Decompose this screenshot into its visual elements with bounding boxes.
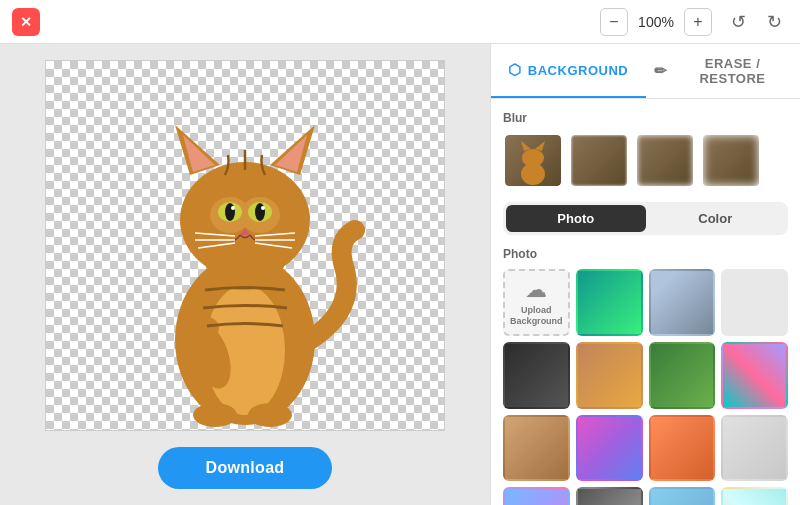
photo-thumb-10[interactable] bbox=[649, 415, 716, 482]
svg-point-28 bbox=[522, 149, 544, 167]
upload-text: UploadBackground bbox=[510, 305, 563, 328]
top-bar: ✕ − 100% + ↺ ↻ bbox=[0, 0, 800, 44]
tab-background[interactable]: ⬡ BACKGROUND bbox=[491, 44, 646, 98]
zoom-out-button[interactable]: − bbox=[600, 8, 628, 36]
close-button[interactable]: ✕ bbox=[12, 8, 40, 36]
blur-thumb-1[interactable] bbox=[569, 133, 629, 188]
photo-thumb-8[interactable] bbox=[503, 415, 570, 482]
panel-content: Blur bbox=[491, 99, 800, 505]
blur-row bbox=[503, 133, 788, 188]
cat-svg bbox=[95, 60, 395, 430]
photo-thumb-5[interactable] bbox=[576, 342, 643, 409]
svg-point-14 bbox=[225, 203, 235, 221]
photo-thumb-14[interactable] bbox=[649, 487, 716, 505]
canvas-container bbox=[45, 60, 445, 431]
svg-point-17 bbox=[261, 206, 265, 210]
zoom-value: 100% bbox=[636, 14, 676, 30]
right-panel: ⬡ BACKGROUND ✏ ERASE / RESTORE Blur bbox=[490, 44, 800, 505]
photo-thumb-9[interactable] bbox=[576, 415, 643, 482]
canvas-area: Download bbox=[0, 44, 490, 505]
tab-erase-restore[interactable]: ✏ ERASE / RESTORE bbox=[646, 44, 801, 98]
photo-section-label: Photo bbox=[503, 247, 788, 261]
photo-thumb-12[interactable] bbox=[503, 487, 570, 505]
download-button[interactable]: Download bbox=[158, 447, 333, 489]
photo-thumb-11[interactable] bbox=[721, 415, 788, 482]
pencil-icon: ✏ bbox=[654, 62, 668, 80]
photo-thumb-13[interactable] bbox=[576, 487, 643, 505]
cat-display bbox=[46, 61, 444, 430]
photo-thumb-15[interactable] bbox=[721, 487, 788, 505]
main-content: Download ⬡ BACKGROUND ✏ ERASE / RESTORE … bbox=[0, 44, 800, 505]
blur-thumb-3[interactable] bbox=[701, 133, 761, 188]
photo-thumb-4[interactable] bbox=[503, 342, 570, 409]
panel-tabs: ⬡ BACKGROUND ✏ ERASE / RESTORE bbox=[491, 44, 800, 99]
layers-icon: ⬡ bbox=[508, 61, 522, 79]
svg-point-26 bbox=[187, 316, 219, 340]
photo-thumb-7[interactable] bbox=[721, 342, 788, 409]
blur-thumb-2[interactable] bbox=[635, 133, 695, 188]
undo-redo-controls: ↺ ↻ bbox=[724, 8, 788, 36]
photo-thumb-3[interactable] bbox=[721, 269, 788, 336]
subtab-color[interactable]: Color bbox=[646, 205, 786, 232]
zoom-in-button[interactable]: + bbox=[684, 8, 712, 36]
undo-button[interactable]: ↺ bbox=[724, 8, 752, 36]
photo-thumb-1[interactable] bbox=[576, 269, 643, 336]
svg-point-2 bbox=[193, 403, 237, 427]
upload-icon: ☁ bbox=[525, 277, 547, 303]
svg-point-3 bbox=[248, 403, 292, 427]
photo-color-subtabs: Photo Color bbox=[503, 202, 788, 235]
redo-button[interactable]: ↻ bbox=[760, 8, 788, 36]
photo-thumb-2[interactable] bbox=[649, 269, 716, 336]
upload-background-button[interactable]: ☁ UploadBackground bbox=[503, 269, 570, 336]
subtab-photo[interactable]: Photo bbox=[506, 205, 646, 232]
svg-point-16 bbox=[231, 206, 235, 210]
photo-thumb-6[interactable] bbox=[649, 342, 716, 409]
zoom-controls: − 100% + bbox=[600, 8, 712, 36]
photo-grid: ☁ UploadBackground bbox=[503, 269, 788, 505]
blur-thumb-0[interactable] bbox=[503, 133, 563, 188]
svg-point-15 bbox=[255, 203, 265, 221]
blur-label: Blur bbox=[503, 111, 788, 125]
